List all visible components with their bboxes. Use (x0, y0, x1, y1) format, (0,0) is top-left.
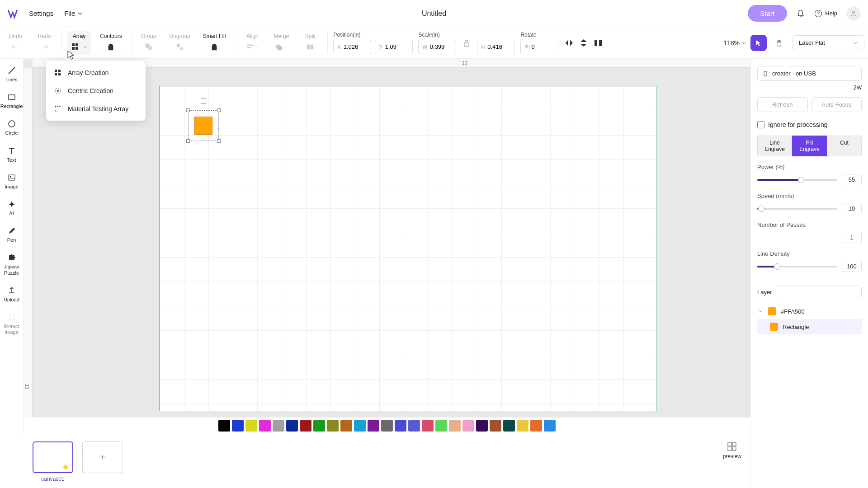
artboard[interactable] (159, 86, 656, 411)
pos-y-input[interactable]: Y (375, 40, 413, 54)
help-link[interactable]: Help (814, 9, 837, 18)
layer-name-input[interactable] (776, 286, 862, 298)
resize-handle-nw[interactable] (186, 108, 190, 112)
canvas-thumbnail[interactable] (33, 441, 73, 473)
select-mode-button[interactable] (750, 35, 767, 51)
redo-tool[interactable]: Redo (33, 33, 56, 53)
zoom-dropdown[interactable]: 118% (723, 39, 746, 47)
color-swatch[interactable] (530, 420, 542, 432)
color-swatch[interactable] (245, 420, 257, 432)
color-swatch[interactable] (313, 420, 325, 432)
undo-tool[interactable]: Undo (4, 33, 27, 53)
density-slider[interactable] (757, 266, 837, 267)
pan-mode-button[interactable] (771, 35, 788, 51)
puzzle-icon (7, 253, 16, 262)
flip-horizontal-icon[interactable] (564, 38, 575, 48)
speed-slider[interactable] (757, 208, 837, 210)
tab-fill-engrave[interactable]: Fill Engrave (792, 136, 827, 156)
lines-tool[interactable]: Lines (0, 64, 23, 84)
bell-icon[interactable] (796, 9, 805, 18)
color-swatch[interactable] (544, 420, 556, 432)
chevron-down-icon[interactable] (759, 308, 764, 315)
layer-shape-item[interactable]: Rectangle (757, 319, 862, 334)
resize-handle-se[interactable] (217, 139, 221, 143)
passes-value[interactable]: 1 (842, 232, 862, 243)
color-swatch[interactable] (259, 420, 271, 432)
selected-shape[interactable] (191, 113, 216, 138)
color-swatch[interactable] (503, 420, 515, 432)
add-canvas-button[interactable]: + (82, 441, 123, 473)
ai-tool[interactable]: AI (0, 198, 23, 218)
jigsaw-tool[interactable]: Jigsaw Puzzle (0, 251, 23, 277)
color-swatch[interactable] (300, 420, 311, 432)
color-swatch[interactable] (368, 420, 379, 432)
color-swatch[interactable] (340, 420, 352, 432)
density-value[interactable]: 100 (842, 261, 862, 272)
settings-link[interactable]: Settings (29, 9, 53, 17)
centric-creation-item[interactable]: Centric Creation (46, 82, 146, 100)
ungroup-tool[interactable]: Ungroup (166, 33, 194, 53)
speed-value[interactable]: 10 (842, 203, 862, 214)
image-tool[interactable]: Image (0, 171, 23, 192)
scale-w-input[interactable]: W (418, 40, 456, 54)
contours-tool[interactable]: Contours (96, 33, 126, 53)
flip-vertical-icon[interactable] (578, 38, 589, 48)
upload-tool[interactable]: Upload (0, 284, 23, 305)
layer-color-item[interactable]: #FFA500 (757, 304, 862, 319)
rectangle-tool[interactable]: Rectangle (0, 91, 23, 111)
refresh-button[interactable]: Refresh (757, 97, 808, 112)
color-swatch[interactable] (476, 420, 488, 432)
resize-handle-ne[interactable] (217, 108, 221, 112)
smartfill-tool[interactable]: Smart Fill (199, 33, 230, 53)
resize-handle-sw[interactable] (186, 139, 190, 143)
extract-tool[interactable]: Extract Image (0, 311, 23, 337)
svg-rect-27 (55, 73, 57, 75)
power-value[interactable]: 55 (842, 174, 862, 185)
start-button[interactable]: Start (748, 5, 788, 22)
split-tool[interactable]: Split (298, 33, 322, 53)
color-swatch[interactable] (381, 420, 393, 432)
pos-x-input[interactable]: X (333, 40, 371, 54)
color-swatch[interactable] (327, 420, 339, 432)
array-tool[interactable]: Array (67, 31, 91, 55)
color-swatch[interactable] (422, 420, 434, 432)
lock-aspect-icon[interactable] (460, 40, 473, 54)
tab-cut[interactable]: Cut (827, 136, 862, 156)
array-creation-item[interactable]: Array Creation (46, 64, 146, 82)
device-selector[interactable]: creater - on USB (757, 66, 862, 81)
tab-line-engrave[interactable]: Line Engrave (757, 136, 792, 156)
color-swatch[interactable] (435, 420, 447, 432)
color-swatch[interactable] (449, 420, 461, 432)
color-swatch[interactable] (232, 420, 244, 432)
material-testing-item[interactable]: S T Material Testing Array (46, 100, 146, 118)
merge-tool[interactable]: Merge (269, 33, 293, 53)
color-swatch[interactable] (286, 420, 298, 432)
mirror-icon[interactable] (593, 38, 604, 48)
color-swatch[interactable] (354, 420, 366, 432)
group-tool[interactable]: Group (137, 33, 160, 53)
canvas-background[interactable] (33, 68, 750, 434)
color-swatch[interactable] (273, 420, 284, 432)
file-menu[interactable]: File (64, 9, 82, 17)
scale-h-input[interactable]: H (477, 40, 515, 54)
rotate-input[interactable]: ⟲ (520, 40, 558, 54)
preview-button[interactable]: preview (723, 441, 741, 460)
color-swatch[interactable] (395, 420, 406, 432)
laser-mode-select[interactable]: Laser Flat (792, 35, 864, 50)
power-slider[interactable] (757, 179, 837, 181)
rectangle-shape[interactable] (194, 117, 212, 135)
rotation-handle[interactable] (201, 99, 206, 104)
pen-tool[interactable]: Pen (0, 225, 23, 245)
ignore-checkbox[interactable] (757, 121, 764, 128)
color-swatch[interactable] (218, 420, 230, 432)
align-tool[interactable]: Align (241, 33, 264, 53)
color-swatch[interactable] (490, 420, 501, 432)
color-swatch[interactable] (462, 420, 474, 432)
color-swatch[interactable] (517, 420, 528, 432)
user-avatar[interactable] (846, 6, 861, 21)
ignore-checkbox-row[interactable]: Ignore for processing (757, 121, 862, 128)
autofocus-button[interactable]: Auto Focus (811, 97, 862, 112)
color-swatch[interactable] (408, 420, 420, 432)
text-tool[interactable]: Text (0, 145, 23, 165)
circle-tool[interactable]: Circle (0, 117, 23, 138)
